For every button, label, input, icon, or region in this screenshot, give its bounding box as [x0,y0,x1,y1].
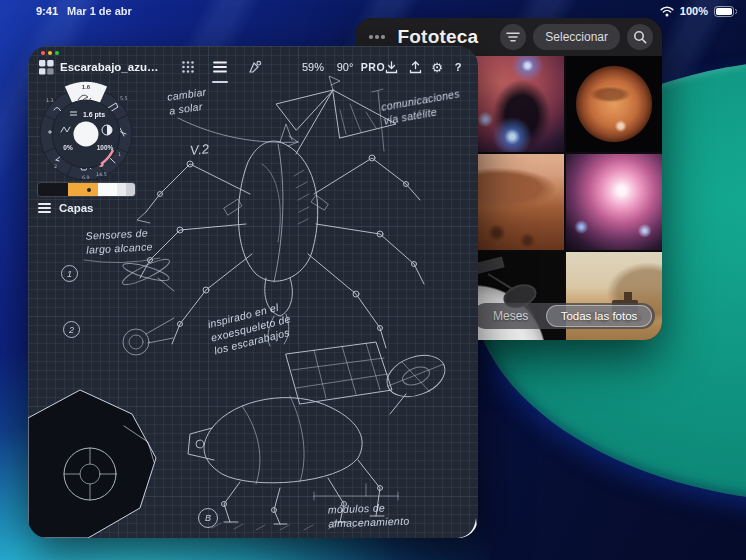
clock: 9:41 [36,5,58,17]
photo-thumbnail-mars-surface[interactable] [468,154,564,250]
tool-wheel[interactable]: 1.6 5.5 1 14.5 6.9 2 1.3 1.6 pts [28,76,144,192]
help-button[interactable]: ? [448,54,468,80]
gear-icon: ⚙ [431,60,443,75]
grid-dots-icon [182,61,194,73]
sketch-marker-b: B [198,508,218,528]
annotation-sensors: Sensores de largo alcance [85,226,153,257]
pencil-size: 2 [54,164,57,169]
annotation-solar: cambiar a solar [166,85,209,118]
filter-icon [506,31,520,43]
photo-thumbnail-horsehead-nebula[interactable] [468,56,564,152]
layers-menu-button[interactable] [210,54,230,80]
liner-size: 1 [118,152,121,157]
annotation-storage: módulos de almacenamiento [328,501,410,531]
status-bar: 9:41 Mar 1 de abr 100% [0,0,746,24]
export-button[interactable] [404,54,426,80]
rotation-value[interactable]: 90° [330,54,360,80]
drawing-app-window: Escarabajo_azu… [28,46,478,538]
wifi-icon [660,6,674,17]
layers-button[interactable]: Capas [38,202,94,214]
filter-button[interactable] [500,24,526,50]
opacity-max-label: 100% [97,144,114,151]
battery-icon [714,6,737,17]
tab-all-photos[interactable]: Todas las fotos [546,305,652,327]
select-button[interactable]: Seleccionar [533,24,620,50]
search-button[interactable] [627,24,653,50]
layers-icon [38,203,51,213]
sketch-marker-1: 1 [61,265,78,282]
eraser-size: 14.5 [96,172,107,177]
layers-label: Capas [59,202,94,214]
fill-size: 6.9 [82,175,90,180]
svg-text:1.6 pts: 1.6 pts [83,111,105,119]
active-tool-size: 1.6 [82,84,91,90]
vector-tool-button[interactable] [244,54,264,80]
photo-thumbnail-mars-planet[interactable] [566,56,662,152]
search-icon [633,30,647,44]
precision-grid-button[interactable] [178,54,198,80]
wave-size: 1.3 [46,98,54,103]
settings-button[interactable]: ⚙ [426,54,448,80]
wheel-center-button[interactable] [74,122,99,147]
photos-window-title: Fototeca [398,26,479,48]
active-tab-underline [212,81,228,83]
battery-percent: 100% [680,5,708,17]
pen-nib-icon [247,60,262,75]
window-controls-icon[interactable] [364,31,390,43]
import-button[interactable] [380,54,402,80]
photo-thumbnail-orion-nebula[interactable] [566,154,662,250]
menu-lines-icon [213,61,227,73]
annotation-version: V.2 [189,141,210,160]
marker-size: 5.5 [120,96,128,101]
opacity-min-label: 0% [63,144,73,151]
import-icon [385,61,398,74]
gallery-icon [39,60,54,75]
share-icon [409,61,422,74]
date: Mar 1 de abr [67,5,132,17]
sketch-marker-2: 2 [63,321,80,338]
zoom-level[interactable]: 59% [298,54,328,80]
photos-filter-bar: Meses Todas las fotos [473,303,655,329]
tab-months[interactable]: Meses [493,309,528,323]
